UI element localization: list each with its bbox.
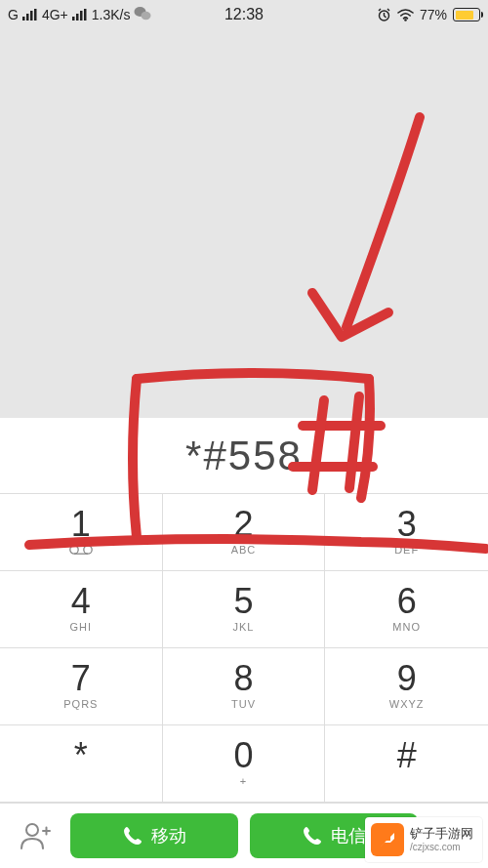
dial-pad: 12ABC3DEF4GHI5JKL6MNO7PQRS8TUV9WXYZ*0+#: [0, 494, 488, 803]
key-digit-label: 8: [233, 661, 253, 696]
key-digit-label: 5: [233, 584, 253, 619]
svg-point-12: [70, 546, 78, 554]
watermark-logo-icon: [371, 823, 404, 856]
voicemail-icon: [69, 544, 93, 556]
watermark-text: 铲子手游网 /czjxsc.com: [410, 826, 473, 853]
key-letters-label: PQRS: [63, 698, 98, 712]
key-2[interactable]: 2ABC: [163, 494, 326, 571]
key-letters-label: DEF: [394, 544, 419, 558]
key-5[interactable]: 5JKL: [163, 571, 326, 648]
key-star[interactable]: *: [0, 725, 163, 803]
key-7[interactable]: 7PQRS: [0, 648, 163, 725]
key-4[interactable]: 4GHI: [0, 571, 163, 648]
dialer-top-blank-area: [0, 29, 488, 418]
key-digit-label: #: [397, 738, 417, 773]
key-letters-label: +: [240, 775, 247, 789]
key-digit-label: 0: [233, 738, 253, 773]
key-letters-label: [69, 544, 93, 558]
key-digit-label: 1: [71, 507, 91, 542]
add-contact-icon: [20, 821, 51, 850]
add-contact-button[interactable]: [12, 812, 59, 859]
dialed-number-text: *#558: [185, 433, 303, 479]
phone-icon: [122, 825, 143, 847]
watermark-title: 铲子手游网: [410, 826, 473, 842]
key-letters-label: TUV: [231, 698, 256, 712]
key-digit-label: 2: [233, 507, 253, 542]
watermark-url: /czjxsc.com: [410, 842, 473, 853]
watermark-badge: 铲子手游网 /czjxsc.com: [365, 817, 482, 862]
dialed-number-display[interactable]: *#558: [0, 418, 488, 494]
key-letters-label: GHI: [70, 621, 93, 635]
battery-icon: [453, 8, 480, 21]
key-letters-label: MNO: [392, 621, 421, 635]
key-letters-label: WXYZ: [389, 698, 425, 712]
key-8[interactable]: 8TUV: [163, 648, 326, 725]
call-sim1-button[interactable]: 移动: [70, 813, 238, 858]
status-time: 12:38: [0, 6, 488, 23]
svg-point-15: [26, 824, 38, 836]
call-sim1-label: 移动: [151, 824, 186, 847]
key-digit-label: 6: [397, 584, 417, 619]
key-letters-label: JKL: [233, 621, 255, 635]
key-digit-label: 7: [71, 661, 91, 696]
key-3[interactable]: 3DEF: [325, 494, 488, 571]
key-6[interactable]: 6MNO: [325, 571, 488, 648]
status-bar: G 4G+ 1.3K/s 12:38 77%: [0, 0, 488, 29]
key-digit-label: 4: [71, 584, 91, 619]
phone-icon: [302, 825, 323, 847]
key-letters-label: ABC: [231, 544, 257, 558]
call-sim2-label: 电信: [331, 824, 366, 847]
key-9[interactable]: 9WXYZ: [325, 648, 488, 725]
key-1[interactable]: 1: [0, 494, 163, 571]
key-digit-label: 3: [397, 507, 417, 542]
key-hash[interactable]: #: [325, 725, 488, 803]
svg-point-13: [84, 546, 92, 554]
key-digit-label: *: [74, 738, 88, 773]
key-0[interactable]: 0+: [163, 725, 326, 803]
key-digit-label: 9: [397, 661, 417, 696]
